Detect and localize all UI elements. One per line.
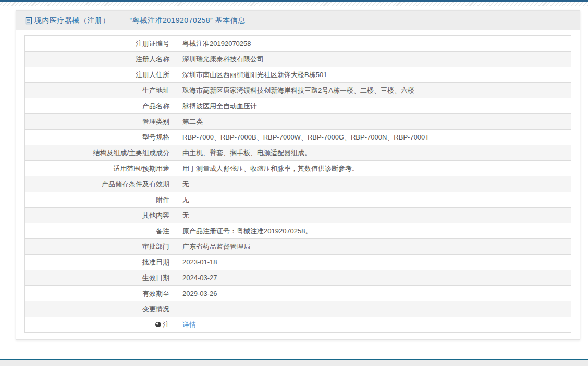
table-row: 产品储存条件及有效期 无 [25,176,571,192]
row-label-text: 注册证编号 [136,40,169,47]
table-wrap: 注册证编号 粤械注准20192070258 注册人名称 深圳瑞光康泰科技有限公司… [16,30,580,339]
row-value: 广东省药品监督管理局 [176,239,571,255]
row-value: 用于测量成人舒张压、收缩压和脉率，其数值供诊断参考。 [176,161,571,176]
row-value: 2024-03-27 [176,270,571,286]
row-value-text: 第二类 [182,118,203,125]
row-label: 结构及组成/主要组成成分 [25,145,176,161]
table-row: 附件 无 [25,192,571,208]
row-value: 无 [176,192,571,208]
row-label: 生效日期 [25,270,176,286]
row-value [176,301,571,317]
row-label: 型号规格 [25,130,176,145]
row-label: 注册人住所 [25,67,176,83]
row-value-text: 珠海市高新区唐家湾镇科技创新海岸科技三路2号A栋一楼、二楼、三楼、六楼 [182,86,414,94]
table-row: 型号规格 RBP-7000、RBP-7000B、RBP-7000W、RBP-70… [25,130,571,145]
row-label-text: 注册人住所 [136,71,169,79]
row-label: 注册证编号 [25,36,176,52]
footer-band [0,360,588,366]
row-label-text: 附件 [156,196,169,204]
table-row: 生效日期 2024-03-27 [25,270,571,286]
table-row: 注册人名称 深圳瑞光康泰科技有限公司 [25,52,571,67]
row-value-text: 深圳瑞光康泰科技有限公司 [182,55,264,63]
row-value-text: 深圳市南山区西丽街道阳光社区新锋大楼B栋501 [182,71,327,79]
row-value-text: RBP-7000、RBP-7000B、RBP-7000W、RBP-7000G、R… [182,133,429,141]
row-label: 注 [25,317,176,333]
row-value-text: 无 [182,180,189,188]
row-value: 详情 [176,317,571,333]
row-label-text: 生效日期 [142,274,169,282]
info-table-body: 注册证编号 粤械注准20192070258 注册人名称 深圳瑞光康泰科技有限公司… [25,36,571,333]
table-row: 注册人住所 深圳市南山区西丽街道阳光社区新锋大楼B栋501 [25,67,571,83]
row-label: 备注 [25,223,176,239]
row-value-text: 2023-01-18 [182,258,217,266]
table-row: 审批部门 广东省药品监督管理局 [25,239,571,255]
row-label: 有效期至 [25,286,176,301]
row-label-text: 其他内容 [142,211,169,219]
row-value: 2023-01-18 [176,255,571,270]
table-row: 有效期至 2029-03-26 [25,286,571,301]
row-value-text: 脉搏波医用全自动血压计 [182,102,257,110]
table-row: 备注 原产品注册证号：粤械注准20192070258。 [25,223,571,239]
table-row: 管理类别 第二类 [25,114,571,130]
row-value: RBP-7000、RBP-7000B、RBP-7000W、RBP-7000G、R… [176,130,571,145]
row-label-text: 有效期至 [142,289,169,297]
note-icon [155,322,161,327]
table-row: 注册证编号 粤械注准20192070258 [25,36,571,52]
row-label: 注册人名称 [25,52,176,67]
info-card: 境内医疗器械（注册） —— “粤械注准20192070258” 基本信息 注册证… [16,10,580,340]
row-value: 无 [176,208,571,223]
row-label: 生产地址 [25,83,176,98]
row-label: 批准日期 [25,255,176,270]
table-row: 结构及组成/主要组成成分 由主机、臂套、搁手板、电源适配器组成。 [25,145,571,161]
row-value: 由主机、臂套、搁手板、电源适配器组成。 [176,145,571,161]
table-row: 适用范围/预期用途 用于测量成人舒张压、收缩压和脉率，其数值供诊断参考。 [25,161,571,176]
detail-link[interactable]: 详情 [182,321,196,329]
row-label: 其他内容 [25,208,176,223]
row-label-text: 备注 [156,227,169,235]
table-row: 注 详情 [25,317,571,333]
row-value: 粤械注准20192070258 [176,36,571,52]
row-label: 管理类别 [25,114,176,130]
table-row: 变更情况 [25,301,571,317]
row-label-text: 产品储存条件及有效期 [102,180,169,188]
row-value-text: 2024-03-27 [182,274,217,282]
row-value: 脉搏波医用全自动血压计 [176,98,571,114]
row-value: 无 [176,176,571,192]
table-row: 批准日期 2023-01-18 [25,255,571,270]
document-icon [25,17,32,25]
row-label: 附件 [25,192,176,208]
row-value: 深圳瑞光康泰科技有限公司 [176,52,571,67]
row-value-text: 无 [182,196,189,204]
row-value-text: 粤械注准20192070258 [182,40,251,47]
row-value: 珠海市高新区唐家湾镇科技创新海岸科技三路2号A栋一楼、二楼、三楼、六楼 [176,83,571,98]
table-row: 生产地址 珠海市高新区唐家湾镇科技创新海岸科技三路2号A栋一楼、二楼、三楼、六楼 [25,83,571,98]
info-table: 注册证编号 粤械注准20192070258 注册人名称 深圳瑞光康泰科技有限公司… [24,35,571,333]
row-label-text: 适用范围/预期用途 [113,165,169,172]
row-value: 原产品注册证号：粤械注准20192070258。 [176,223,571,239]
row-value-text: 无 [182,211,189,219]
row-label: 变更情况 [25,301,176,317]
page-title: 境内医疗器械（注册） —— “粤械注准20192070258” 基本信息 [34,16,246,26]
row-label: 审批部门 [25,239,176,255]
row-label-text: 变更情况 [142,305,169,313]
row-label: 适用范围/预期用途 [25,161,176,176]
row-label-text: 管理类别 [142,118,169,125]
card-header: 境内医疗器械（注册） —— “粤械注准20192070258” 基本信息 [16,11,580,30]
row-label-text: 结构及组成/主要组成成分 [93,149,169,157]
striped-band [0,2,588,6]
row-value-text: 原产品注册证号：粤械注准20192070258。 [182,227,312,235]
row-value-text: 广东省药品监督管理局 [182,243,250,250]
table-row: 产品名称 脉搏波医用全自动血压计 [25,98,571,114]
row-value-text: 2029-03-26 [182,289,217,297]
row-value: 深圳市南山区西丽街道阳光社区新锋大楼B栋501 [176,67,571,83]
row-label: 产品名称 [25,98,176,114]
row-label-text: 审批部门 [142,243,169,250]
row-label-text: 注 [163,321,169,329]
row-value-text: 用于测量成人舒张压、收缩压和脉率，其数值供诊断参考。 [182,165,359,172]
row-label: 产品储存条件及有效期 [25,176,176,192]
row-label-text: 产品名称 [142,102,169,110]
page: 境内医疗器械（注册） —— “粤械注准20192070258” 基本信息 注册证… [0,0,588,366]
row-label-text: 型号规格 [142,133,169,141]
row-label-text: 批准日期 [142,258,169,266]
table-row: 其他内容 无 [25,208,571,223]
